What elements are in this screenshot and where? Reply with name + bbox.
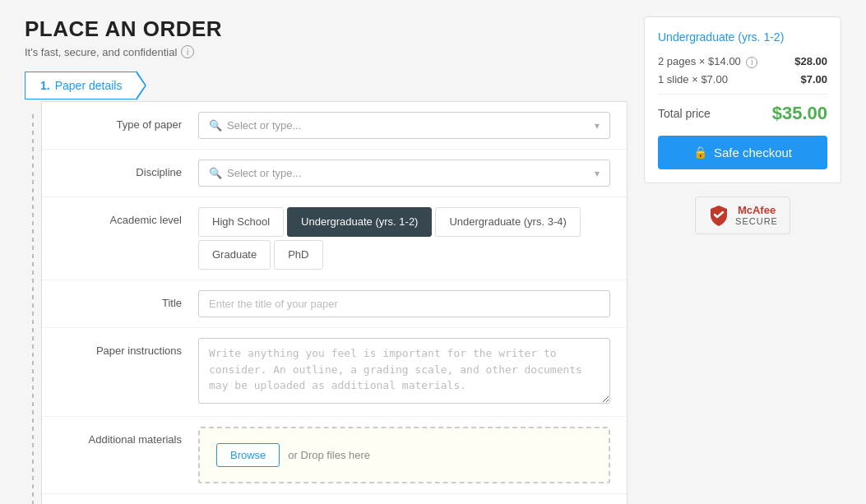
paper-instructions-textarea[interactable] [198, 338, 610, 404]
subtitle-text: It's fast, secure, and confidential [25, 46, 177, 58]
type-of-paper-label: Type of paper [58, 112, 182, 131]
slides-desc: 1 slide × $7.00 [658, 73, 728, 86]
info-icon[interactable]: i [181, 45, 194, 58]
type-of-paper-row: Type of paper 🔍 Select or type... ▾ [42, 102, 627, 150]
paper-instructions-row: Paper instructions [42, 328, 627, 417]
academic-level-btn-4[interactable]: PhD [274, 240, 322, 270]
checkout-label: Safe checkout [714, 146, 792, 160]
discipline-placeholder: Select or type... [227, 167, 301, 179]
title-input[interactable] [198, 290, 610, 317]
academic-level-field: High SchoolUndergraduate (yrs. 1-2)Under… [198, 207, 610, 270]
chevron-down-icon: ▾ [595, 168, 600, 179]
academic-level-btn-3[interactable]: Graduate [198, 240, 271, 270]
discipline-label: Discipline [58, 160, 182, 178]
title-label: Title [58, 290, 182, 309]
slides-price: $7.00 [800, 73, 827, 86]
mcafee-sub: SECURE [735, 216, 778, 226]
tab-paper-details[interactable]: 1. Paper details [25, 72, 137, 99]
search-icon: 🔍 [209, 119, 222, 132]
type-of-paper-field: 🔍 Select or type... ▾ [198, 112, 610, 139]
mcafee-icon [707, 204, 730, 227]
price-row-pages: 2 pages × $14.00 i $28.00 [658, 55, 827, 68]
paper-instructions-field [198, 338, 610, 406]
academic-level-btn-2[interactable]: Undergraduate (yrs. 3-4) [435, 207, 580, 237]
total-row: Total price $35.00 [658, 94, 827, 124]
price-card: Undergraduate (yrs. 1-2) 2 pages × $14.0… [644, 16, 841, 183]
title-row: Title [42, 280, 627, 328]
chevron-down-icon: ▾ [595, 120, 600, 132]
pages-desc-text: 2 pages × $14.00 [658, 55, 741, 67]
sidebar: Undergraduate (yrs. 1-2) 2 pages × $14.0… [644, 16, 841, 504]
total-price: $35.00 [772, 103, 827, 124]
total-label: Total price [658, 107, 711, 120]
academic-level-btn-0[interactable]: High School [198, 207, 284, 237]
info-icon-pages[interactable]: i [746, 57, 757, 68]
browse-button[interactable]: Browse [216, 443, 280, 467]
paper-format-row: Paper format MLAAPAChicago / TurabianNot… [42, 494, 627, 504]
additional-materials-row: Additional materials Browse or Drop file… [42, 417, 627, 494]
tab-label: Paper details [55, 79, 123, 92]
discipline-row: Discipline 🔍 Select or type... ▾ [42, 150, 627, 197]
discipline-select[interactable]: 🔍 Select or type... ▾ [198, 160, 610, 187]
drop-files-text: or Drop files here [288, 449, 370, 461]
paper-instructions-label: Paper instructions [58, 338, 182, 357]
price-row-slides: 1 slide × $7.00 $7.00 [658, 73, 827, 86]
mcafee-badge: McAfee SECURE [695, 197, 790, 234]
dropzone[interactable]: Browse or Drop files here [198, 427, 610, 483]
tab-step-number: 1. [40, 79, 50, 92]
pages-desc: 2 pages × $14.00 i [658, 55, 757, 68]
discipline-field: 🔍 Select or type... ▾ [198, 160, 610, 187]
search-icon: 🔍 [209, 167, 222, 179]
page-subtitle: It's fast, secure, and confidential i [25, 45, 628, 58]
academic-level-label: Academic level [58, 207, 182, 226]
mcafee-name: McAfee [735, 204, 778, 216]
lock-icon: 🔒 [693, 146, 707, 159]
checkout-button[interactable]: 🔒 Safe checkout [658, 136, 827, 169]
title-field [198, 290, 610, 317]
type-of-paper-select[interactable]: 🔍 Select or type... ▾ [198, 112, 610, 139]
academic-level-group: High SchoolUndergraduate (yrs. 1-2)Under… [198, 207, 610, 270]
academic-level-btn-1[interactable]: Undergraduate (yrs. 1-2) [287, 207, 432, 237]
additional-materials-field: Browse or Drop files here [198, 427, 610, 483]
type-of-paper-placeholder: Select or type... [227, 119, 301, 132]
page-title: PLACE AN ORDER [25, 16, 628, 42]
pages-price: $28.00 [794, 55, 827, 67]
additional-materials-label: Additional materials [58, 427, 182, 446]
academic-level-row: Academic level High SchoolUndergraduate … [42, 197, 627, 280]
mcafee-section: McAfee SECURE [644, 197, 841, 234]
selected-level-header: Undergraduate (yrs. 1-2) [658, 30, 827, 44]
